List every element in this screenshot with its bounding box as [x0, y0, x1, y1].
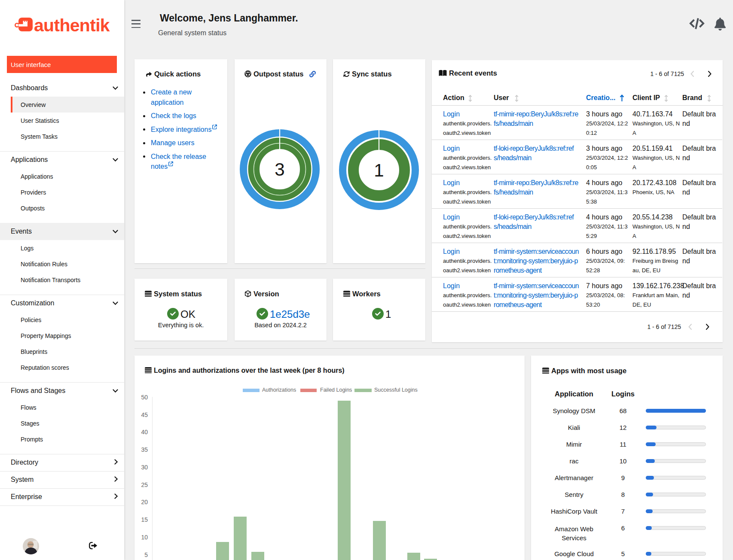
svg-text:3: 3: [275, 159, 284, 180]
svg-text:authentik: authentik: [34, 16, 110, 33]
svg-text:1: 1: [374, 160, 384, 180]
